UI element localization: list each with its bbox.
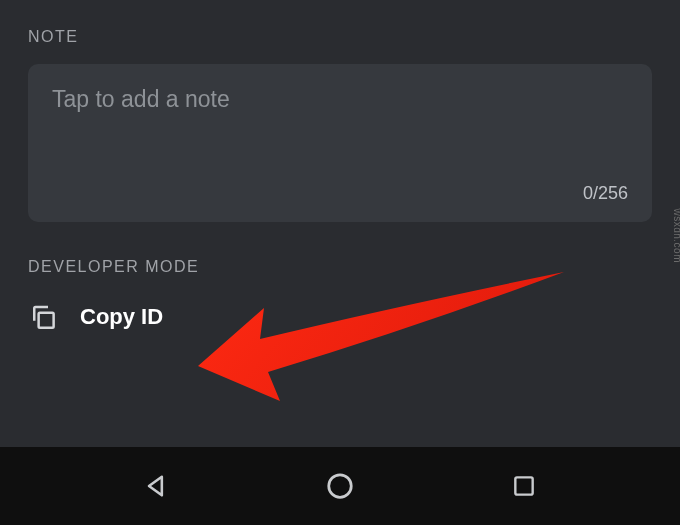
note-char-counter: 0/256: [583, 183, 628, 204]
copy-id-label: Copy ID: [80, 304, 163, 330]
home-circle-icon: [325, 471, 355, 501]
recents-square-icon: [511, 473, 537, 499]
android-navbar: [0, 447, 680, 525]
nav-recents-button[interactable]: [507, 469, 541, 503]
developer-mode-section-label: DEVELOPER MODE: [28, 258, 652, 276]
svg-rect-2: [515, 477, 532, 494]
svg-point-1: [329, 475, 352, 498]
copy-id-button[interactable]: Copy ID: [28, 296, 652, 338]
copy-icon: [28, 302, 58, 332]
note-input[interactable]: Tap to add a note 0/256: [28, 64, 652, 222]
watermark: wsxdn.com: [673, 208, 681, 263]
note-placeholder: Tap to add a note: [52, 86, 628, 113]
svg-rect-0: [39, 313, 54, 328]
nav-home-button[interactable]: [323, 469, 357, 503]
back-triangle-icon: [142, 472, 170, 500]
note-section-label: NOTE: [28, 28, 652, 46]
nav-back-button[interactable]: [139, 469, 173, 503]
